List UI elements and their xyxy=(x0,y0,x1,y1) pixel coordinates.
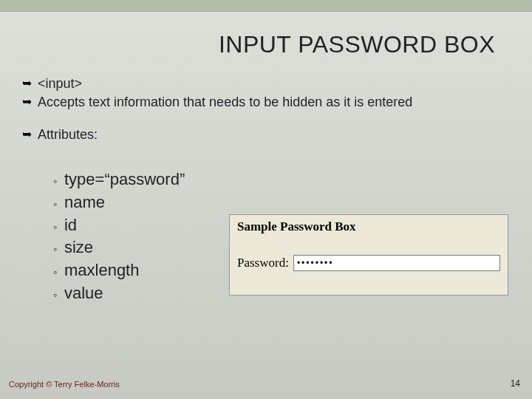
attribute-item: ◦ value xyxy=(53,282,185,305)
slide-root: INPUT PASSWORD BOX ➥ <input> ➥ Accepts t… xyxy=(0,0,532,399)
sub-bullet-icon: ◦ xyxy=(53,288,57,303)
bullet-icon: ➥ xyxy=(22,126,32,143)
bullet-icon: ➥ xyxy=(22,94,32,110)
bullet-icon: ➥ xyxy=(22,75,32,92)
password-input[interactable] xyxy=(293,255,500,271)
password-label: Password: xyxy=(237,256,289,270)
page-number: 14 xyxy=(511,378,520,389)
attributes-sublist: ◦ type=“password” ◦ name ◦ id ◦ size ◦ m… xyxy=(53,168,185,305)
accent-bar xyxy=(0,0,532,12)
sub-bullet-icon: ◦ xyxy=(53,197,57,212)
bullet-item: ➥ <input> xyxy=(22,75,510,92)
bullet-item: ➥ Accepts text information that needs to… xyxy=(22,94,510,111)
attribute-item: ◦ maxlength xyxy=(53,259,185,282)
attribute-item: ◦ id xyxy=(53,214,185,237)
sample-box: Sample Password Box Password: xyxy=(229,214,508,296)
attribute-text: value xyxy=(64,282,103,305)
sub-bullet-icon: ◦ xyxy=(53,242,57,257)
attribute-item: ◦ name xyxy=(53,191,185,214)
bullet-list: ➥ <input> ➥ Accepts text information tha… xyxy=(22,75,510,145)
attribute-item: ◦ size xyxy=(53,236,185,259)
sub-bullet-icon: ◦ xyxy=(53,265,57,280)
sample-caption: Sample Password Box xyxy=(237,219,500,234)
attribute-text: maxlength xyxy=(64,259,140,282)
attributes-heading: ➥ Attributes: xyxy=(22,126,510,143)
attribute-text: id xyxy=(64,214,77,237)
password-field-row: Password: xyxy=(237,255,500,271)
attribute-text: name xyxy=(64,191,105,214)
sub-bullet-icon: ◦ xyxy=(53,220,57,235)
bullet-text: <input> xyxy=(38,75,510,92)
attribute-text: size xyxy=(64,236,93,259)
copyright-footer: Copyright © Terry Felke-Morris xyxy=(9,380,120,389)
attribute-item: ◦ type=“password” xyxy=(53,168,185,191)
bullet-text: Accepts text information that needs to b… xyxy=(38,94,510,111)
sub-bullet-icon: ◦ xyxy=(53,174,57,189)
attribute-text: type=“password” xyxy=(64,168,185,191)
bullet-text: Attributes: xyxy=(38,126,510,143)
slide-title: INPUT PASSWORD BOX xyxy=(219,31,495,58)
